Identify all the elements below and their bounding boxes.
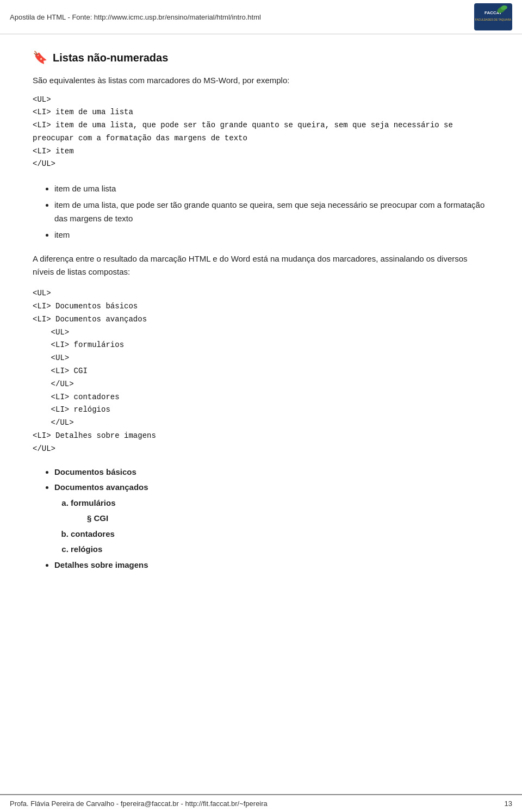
list-item: item de uma lista — [54, 182, 489, 196]
list-item-formularios: formulários CGI — [71, 495, 489, 526]
code-line: <LI> Documentos básicos — [33, 300, 489, 313]
header-source-text: Apostila de HTML - Fonte: http://www.icm… — [10, 13, 261, 21]
section-title-text: Listas não-numeradas — [53, 52, 168, 64]
code-line: <LI> item — [33, 145, 489, 158]
code-line: <LI> item de uma lista — [33, 106, 489, 119]
faccat-logo: FACCAT FACULDADES DE TAQUARA — [474, 3, 512, 30]
main-content: 🔖 Listas não-numeradas São equivalentes … — [0, 34, 522, 625]
list-item: item de uma lista, que pode ser tão gran… — [54, 198, 489, 226]
code-line: </UL> — [33, 417, 489, 430]
code-line: </UL> — [33, 158, 489, 171]
code-line: <LI> item de uma lista, que pode ser tão… — [33, 119, 489, 145]
rendered-list-section: item de uma lista item de uma lista, que… — [33, 182, 489, 241]
code-line: </UL> — [33, 378, 489, 391]
difference-paragraph: A diferença entre o resultado da marcaçã… — [33, 252, 489, 278]
code-line: <LI> contadores — [33, 391, 489, 404]
list-item-documentos-basicos: Documentos básicos — [54, 464, 489, 480]
svg-text:FACULDADES DE TAQUARA: FACULDADES DE TAQUARA — [475, 18, 512, 21]
code-line: <LI> relógios — [33, 404, 489, 417]
footer-left-text: Profa. Flávia Pereira de Carvalho - fper… — [10, 799, 268, 808]
final-rendered-list: Documentos básicos Documentos avançados … — [54, 464, 489, 573]
page-footer: Profa. Flávia Pereira de Carvalho - fper… — [0, 794, 522, 812]
code-line: <LI> Documentos avançados — [33, 313, 489, 326]
sub-list-avancados: formulários CGI contadores relógios — [71, 495, 489, 557]
list-item-contadores: contadores — [71, 526, 489, 542]
code-line: <UL> — [33, 352, 489, 365]
code-line: <UL> — [33, 94, 489, 107]
code-line: <UL> — [33, 326, 489, 339]
footer-page-number: 13 — [505, 799, 512, 808]
intro-paragraph: São equivalentes às listas com marcadore… — [33, 75, 489, 87]
code-line: <LI> CGI — [33, 365, 489, 378]
final-list-section: Documentos básicos Documentos avançados … — [33, 464, 489, 573]
page-header: Apostila de HTML - Fonte: http://www.icm… — [0, 0, 522, 34]
list-item: item — [54, 228, 489, 242]
list-item-relogios: relógios — [71, 542, 489, 557]
list-item-documentos-avancados: Documentos avançados formulários CGI con… — [54, 480, 489, 557]
sub-sub-list-cgi: CGI — [87, 511, 489, 526]
code-example-1: <UL> <LI> item de uma lista <LI> item de… — [33, 94, 489, 171]
list-item-cgi: CGI — [87, 511, 489, 526]
list-item-detalhes: Detalhes sobre imagens — [54, 557, 489, 573]
code-example-2: <UL> <LI> Documentos básicos <LI> Docume… — [33, 287, 489, 455]
code-line: <UL> — [33, 287, 489, 300]
section-title: 🔖 Listas não-numeradas — [33, 51, 489, 65]
rendered-bullet-list: item de uma lista item de uma lista, que… — [54, 182, 489, 241]
bookmark-icon: 🔖 — [33, 51, 47, 65]
code-line: <LI> formulários — [33, 339, 489, 352]
code-line: </UL> — [33, 443, 489, 456]
code-line: <LI> Detalhes sobre imagens — [33, 430, 489, 443]
